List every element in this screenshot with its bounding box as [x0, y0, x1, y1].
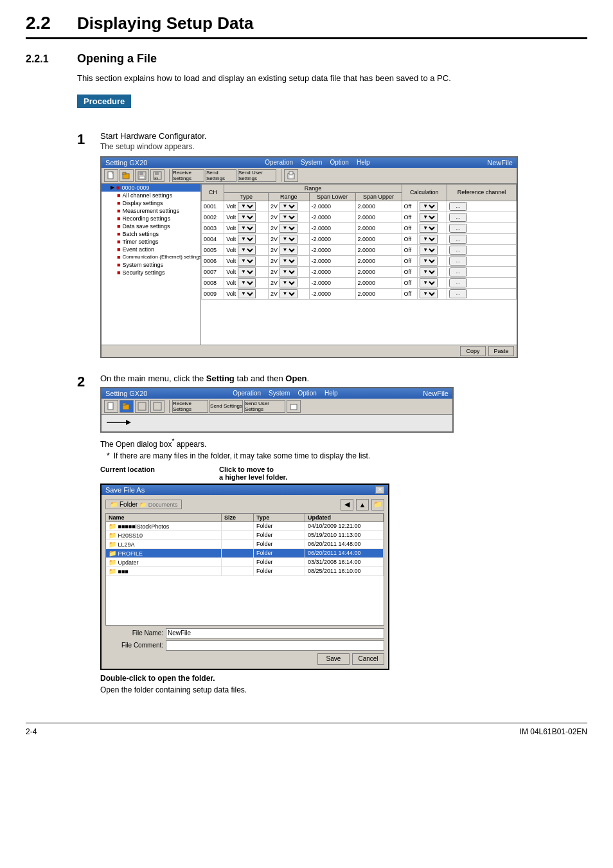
ref-btn[interactable]: ... — [449, 246, 467, 255]
hw-small-btn-open[interactable] — [120, 400, 134, 413]
range-select[interactable]: ▼ — [280, 235, 298, 244]
hw-small-btn-receive[interactable]: Receive Settings — [172, 400, 208, 413]
ref-btn[interactable]: ... — [449, 289, 467, 298]
sidebar-item-batch[interactable]: ■ Batch settings — [102, 230, 200, 238]
range-select[interactable]: ▼ — [280, 257, 298, 266]
list-item[interactable]: 📁 ■■■■■iStockPhotos Folder 04/10/2009 12… — [106, 522, 384, 531]
dialog-folder-btn[interactable]: 📁 Folder 📁 Documents — [105, 500, 182, 509]
hw-menu-system[interactable]: System — [301, 159, 322, 166]
hw-menu-operation[interactable]: Operation — [265, 159, 293, 166]
dialog-close-btn[interactable]: ✕ — [375, 486, 384, 494]
calc-select[interactable]: ▼ — [420, 267, 438, 276]
svg-marker-20 — [126, 420, 131, 425]
sidebar-item-comm[interactable]: ■ Communication (Ethernet) settings — [102, 253, 200, 261]
comment-input[interactable] — [166, 640, 384, 651]
list-item[interactable]: 📁 Updater Folder 03/31/2008 16:14:00 — [106, 558, 384, 567]
dialog-nav-back[interactable]: ◀ — [341, 499, 353, 511]
calc-select[interactable]: ▼ — [420, 257, 438, 266]
range-select[interactable]: ▼ — [280, 278, 298, 287]
list-item[interactable]: 📁 PROFILE Folder 06/20/2011 14:44:00 — [106, 549, 384, 558]
dialog-save-btn[interactable]: Save — [317, 653, 350, 665]
list-item[interactable]: 📁 ■■■ Folder 08/25/2011 16:10:00 — [106, 567, 384, 576]
calc-select[interactable]: ▼ — [420, 246, 438, 255]
type-select[interactable]: ▼ — [238, 246, 256, 255]
hw-menu-help[interactable]: Help — [357, 159, 370, 166]
hw-btn-send[interactable]: Send Settings — [206, 169, 236, 182]
sidebar-item-channels[interactable]: ▶ ■ 0000-0009 — [102, 184, 200, 192]
type-select[interactable]: ▼ — [238, 224, 256, 233]
sidebar-item-all-channels[interactable]: ■ All channel settings — [102, 192, 200, 199]
hw-btn-new[interactable] — [104, 169, 118, 182]
calc-select[interactable]: ▼ — [420, 278, 438, 287]
hw-small-menu-system[interactable]: System — [269, 390, 290, 397]
list-item[interactable]: 📁 H20SS10 Folder 05/19/2010 11:13:00 — [106, 531, 384, 540]
table-row: 0007 Volt ▼ 2V ▼ -2.0000 2.0000 Off ▼ ..… — [202, 266, 517, 277]
calc-select[interactable]: ▼ — [420, 289, 438, 298]
ref-btn[interactable]: ... — [449, 235, 467, 244]
dialog-nav-up[interactable]: ▲ — [356, 499, 369, 511]
sidebar-item-measurement[interactable]: ■ Measurement settings — [102, 207, 200, 215]
hw-small-btn-new[interactable] — [104, 400, 118, 413]
hw-small-menu-help[interactable]: Help — [324, 390, 338, 397]
dialog-cancel-btn[interactable]: Cancel — [352, 653, 384, 665]
cell-span-upper: 2.0000 — [355, 244, 402, 255]
sidebar-item-display[interactable]: ■ Display settings — [102, 199, 200, 207]
hw-small-menu-operation[interactable]: Operation — [233, 390, 261, 397]
calc-select[interactable]: ▼ — [420, 224, 438, 233]
type-select[interactable]: ▼ — [238, 289, 256, 298]
range-select[interactable]: ▼ — [280, 289, 298, 298]
sidebar-item-security[interactable]: ■ Security settings — [102, 269, 200, 276]
ref-btn[interactable]: ... — [449, 224, 467, 233]
sidebar-item-datasave[interactable]: ■ Data save settings — [102, 222, 200, 230]
list-item[interactable]: 📁 LL29A Folder 06/20/2011 14:48:00 — [106, 540, 384, 549]
hw-sidebar: ▶ ■ 0000-0009 ■ All channel settings ■ D… — [102, 184, 201, 345]
sidebar-item-event[interactable]: ■ Event action — [102, 246, 200, 253]
paste-button[interactable]: Paste — [488, 346, 514, 356]
filename-input[interactable] — [166, 628, 384, 638]
cell-span-upper: 2.0000 — [355, 222, 402, 233]
range-select[interactable]: ▼ — [280, 246, 298, 255]
ref-btn[interactable]: ... — [449, 202, 467, 211]
sidebar-item-recording[interactable]: ■ Recording settings — [102, 215, 200, 222]
type-select[interactable]: ▼ — [238, 235, 256, 244]
hw-btn-send-user[interactable]: Send User Settings — [238, 169, 276, 182]
type-select[interactable]: ▼ — [238, 213, 256, 222]
ref-btn[interactable]: ... — [449, 213, 467, 222]
hw-btn-print[interactable] — [284, 169, 298, 182]
hw-small-btn-print[interactable] — [287, 400, 301, 413]
type-select[interactable]: ▼ — [238, 267, 256, 276]
dialog-nav-new[interactable]: 📁 — [371, 499, 384, 511]
hw-btn-open[interactable] — [120, 169, 134, 182]
step-1: 1 Start Hardware Configurator. The setup… — [77, 131, 587, 358]
hw-small-btn-saveas[interactable] — [150, 400, 164, 413]
svg-rect-16 — [138, 402, 146, 410]
ref-btn[interactable]: ... — [449, 267, 467, 276]
range-select[interactable]: ▼ — [280, 224, 298, 233]
range-select[interactable]: ▼ — [280, 202, 298, 211]
range-select[interactable]: ▼ — [280, 267, 298, 276]
cell-type: Folder — [254, 540, 305, 548]
type-select[interactable]: ▼ — [238, 278, 256, 287]
type-select[interactable]: ▼ — [238, 257, 256, 266]
hw-small-btn-save[interactable] — [135, 400, 149, 413]
calc-select[interactable]: ▼ — [420, 202, 438, 211]
hw-small-menu-option[interactable]: Option — [298, 390, 316, 397]
cell-type: Volt ▼ — [224, 222, 269, 233]
folder-icon: 📁 — [109, 568, 116, 575]
copy-button[interactable]: Copy — [460, 346, 486, 356]
cell-span-upper: 2.0000 — [355, 233, 402, 244]
ref-btn[interactable]: ... — [449, 257, 467, 266]
sidebar-item-timer[interactable]: ■ Timer settings — [102, 238, 200, 246]
hw-btn-save[interactable] — [135, 169, 149, 182]
calc-select[interactable]: ▼ — [420, 213, 438, 222]
hw-small-btn-send[interactable]: Send Settings — [209, 400, 243, 413]
hw-btn-save-as[interactable]: as — [150, 169, 164, 182]
hw-menu-option[interactable]: Option — [330, 159, 348, 166]
ref-btn[interactable]: ... — [449, 278, 467, 287]
sidebar-item-system[interactable]: ■ System settings — [102, 261, 200, 269]
hw-small-btn-senduser[interactable]: Send User Settings — [244, 400, 285, 413]
type-select[interactable]: ▼ — [238, 202, 256, 211]
hw-btn-receive[interactable]: Receive Settings — [172, 169, 204, 182]
calc-select[interactable]: ▼ — [420, 235, 438, 244]
range-select[interactable]: ▼ — [280, 213, 298, 222]
